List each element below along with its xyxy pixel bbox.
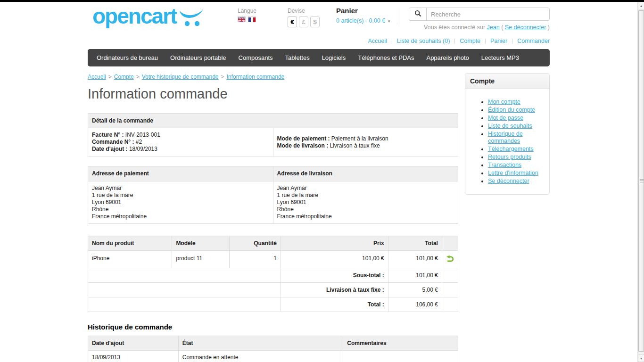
nav-item[interactable]: Téléphones et PDAs bbox=[352, 49, 420, 66]
breadcrumb-link-information[interactable]: Information commande bbox=[227, 74, 285, 80]
totals-value: 5,00 € bbox=[388, 283, 442, 297]
totals-action-spacer bbox=[442, 268, 458, 283]
detail-value: 18/09/2013 bbox=[129, 146, 157, 152]
account-sidebar: Compte Mon compteÉdition du compteMot de… bbox=[465, 73, 550, 195]
scrollbar-grip bbox=[640, 179, 644, 183]
nav-item[interactable]: Composants bbox=[232, 49, 279, 66]
scrollbar-down-arrow-icon[interactable]: ▼ bbox=[638, 354, 644, 362]
account-link[interactable]: Lettre d'information bbox=[488, 170, 538, 176]
product-quantity: 1 bbox=[229, 251, 281, 268]
account-link[interactable]: Liste de souhaits bbox=[488, 123, 532, 129]
currency-label: Devise bbox=[288, 8, 320, 14]
top-link[interactable]: Accueil bbox=[368, 38, 387, 44]
account-list-item: Mon compte bbox=[488, 99, 545, 106]
totals-label: Total : bbox=[281, 297, 388, 312]
scrollbar-thumb[interactable] bbox=[638, 10, 644, 352]
currency-pound-button[interactable]: £ bbox=[299, 16, 308, 27]
site-header: opencart Langue bbox=[88, 2, 550, 47]
col-product-name: Nom du produit bbox=[88, 236, 172, 251]
top-link[interactable]: Compte bbox=[460, 38, 480, 44]
flag-uk-icon[interactable] bbox=[238, 16, 246, 22]
opencart-logo[interactable]: opencart bbox=[92, 6, 204, 29]
account-link[interactable]: Transactions bbox=[488, 162, 521, 168]
history-table: Date d'ajout État Commentaires 18/09/201… bbox=[88, 336, 458, 362]
account-link[interactable]: Mon compte bbox=[488, 99, 520, 105]
account-list-item: Téléchargements bbox=[488, 146, 545, 153]
return-product-icon[interactable] bbox=[446, 255, 454, 262]
account-link[interactable]: Se déconnecter bbox=[488, 178, 529, 184]
history-status: Commande en attente bbox=[178, 351, 343, 362]
search-icon bbox=[414, 10, 421, 18]
addresses-table: Adresse de paiement Adresse de livraison… bbox=[88, 166, 458, 224]
order-detail-right-cell: Mode de paiement : Paiement à la livrais… bbox=[273, 128, 458, 156]
totals-spacer bbox=[88, 283, 281, 297]
flag-france-icon[interactable] bbox=[248, 16, 256, 22]
account-link[interactable]: Édition du compte bbox=[488, 107, 535, 113]
search-input[interactable] bbox=[427, 8, 549, 20]
totals-row: Livraison à taux fixe : 5,00 € bbox=[88, 283, 458, 297]
order-detail-table: Détail de la commande Facture N° : INV-2… bbox=[88, 113, 458, 156]
user-link[interactable]: Jean bbox=[487, 24, 500, 31]
account-link[interactable]: Téléchargements bbox=[488, 146, 534, 152]
breadcrumb-link-compte[interactable]: Compte bbox=[114, 74, 134, 80]
totals-row: Total : 106,00 € bbox=[88, 297, 458, 312]
search-box bbox=[409, 8, 550, 21]
nav-item[interactable]: Ordinateurs de bureau bbox=[91, 49, 164, 66]
order-detail-title: Détail de la commande bbox=[88, 114, 458, 128]
address-line: France métropolitaine bbox=[92, 213, 269, 220]
browser-scrollbar[interactable]: ▲ ▼ bbox=[637, 2, 644, 362]
account-link[interactable]: Historique de commandes bbox=[488, 131, 523, 144]
page-title: Information commande bbox=[88, 86, 458, 102]
nav-item[interactable]: Logiciels bbox=[316, 49, 352, 66]
address-line: Rhône bbox=[92, 206, 269, 213]
top-link[interactable]: Panier bbox=[490, 38, 507, 44]
account-list-item: Mot de passe bbox=[488, 115, 545, 122]
detail-value: Livraison à taux fixe bbox=[330, 142, 380, 149]
top-link[interactable]: Commander bbox=[517, 38, 550, 44]
payment-address-title: Adresse de paiement bbox=[88, 166, 273, 181]
account-link[interactable]: Mot de passe bbox=[488, 115, 523, 121]
totals-spacer bbox=[88, 268, 281, 283]
detail-label: Mode de paiement : bbox=[277, 135, 330, 142]
header-divider bbox=[399, 8, 399, 25]
detail-label: Date d'ajout : bbox=[92, 146, 128, 152]
nav-item[interactable]: Ordinateurs portable bbox=[164, 49, 232, 66]
product-price: 101,00 € bbox=[281, 251, 388, 268]
col-comment: Commentaires bbox=[343, 336, 458, 351]
search-button[interactable] bbox=[409, 8, 427, 20]
history-date: 18/09/2013 bbox=[88, 351, 179, 362]
shipping-address-title: Adresse de livraison bbox=[273, 166, 458, 181]
language-switcher: Langue bbox=[238, 8, 256, 22]
scrollbar-up-arrow-icon[interactable]: ▲ bbox=[638, 2, 644, 9]
totals-spacer bbox=[88, 297, 281, 312]
currency-euro-button[interactable]: € bbox=[288, 16, 297, 27]
breadcrumb-link-historique[interactable]: Votre historique de commande bbox=[142, 74, 219, 80]
language-label: Langue bbox=[238, 8, 256, 14]
account-link[interactable]: Retours produits bbox=[488, 154, 531, 160]
account-sidebar-title: Compte bbox=[465, 74, 549, 89]
breadcrumb-link-accueil[interactable]: Accueil bbox=[88, 74, 106, 80]
detail-label: Facture N° : bbox=[92, 132, 124, 138]
cart-summary-link[interactable]: 0 article(s) - 0,00 € bbox=[336, 17, 385, 24]
address-line: Jean Aymar bbox=[277, 185, 454, 192]
logo-text: opencart bbox=[92, 6, 176, 26]
top-link[interactable]: Liste de souhaits (0) bbox=[397, 38, 450, 44]
address-line: France métropolitaine bbox=[277, 213, 454, 220]
nav-item[interactable]: Appareils photo bbox=[420, 49, 475, 66]
col-status: État bbox=[178, 336, 343, 351]
address-line: Rhône bbox=[277, 206, 454, 213]
col-quantity: Quantité bbox=[229, 236, 281, 251]
welcome-paren-close: ) bbox=[548, 24, 550, 31]
address-line: Jean Aymar bbox=[92, 185, 269, 192]
product-total: 101,00 € bbox=[388, 251, 442, 268]
mini-cart: Panier 0 article(s) - 0,00 €▼ bbox=[336, 7, 391, 24]
currency-dollar-button[interactable]: $ bbox=[310, 16, 320, 27]
breadcrumb: Accueil>Compte>Votre historique de comma… bbox=[88, 74, 458, 80]
nav-item[interactable]: Lecteurs MP3 bbox=[475, 49, 525, 66]
account-list-item: Historique de commandes bbox=[488, 131, 545, 145]
nav-item[interactable]: Tablettes bbox=[279, 49, 316, 66]
chevron-down-icon: ▼ bbox=[387, 19, 391, 24]
logout-link[interactable]: Se déconnecter bbox=[505, 24, 546, 31]
order-detail-left-cell: Facture N° : INV-2013-001Commande N° : #… bbox=[88, 128, 273, 156]
main-content: Accueil>Compte>Votre historique de comma… bbox=[88, 66, 458, 362]
